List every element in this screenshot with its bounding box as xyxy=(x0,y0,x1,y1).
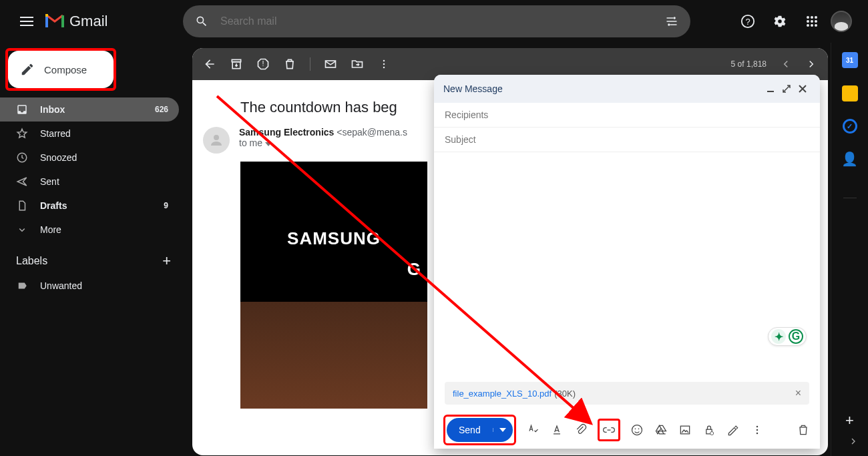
side-panel-toggle[interactable] xyxy=(848,436,859,447)
hamburger-icon xyxy=(20,17,33,26)
chevron-down-icon xyxy=(16,224,28,236)
sidebar-item-more[interactable]: More xyxy=(0,218,179,242)
send-button[interactable]: Send xyxy=(447,418,513,442)
email-body-image: SAMSUNG G xyxy=(240,162,427,409)
grammarly-widget[interactable]: ✦ G xyxy=(768,327,807,346)
sidebar-item-label: Snoozed xyxy=(40,152,77,163)
sidebar-item-snoozed[interactable]: Snoozed xyxy=(0,146,179,170)
get-addons-button[interactable]: + xyxy=(845,412,854,429)
grammarly-plus-icon: ✦ xyxy=(771,329,786,344)
move-to-button[interactable] xyxy=(351,57,364,71)
message-counter: 5 of 1,818 xyxy=(731,59,767,69)
pen-icon xyxy=(726,423,740,437)
support-button[interactable]: ? xyxy=(734,8,761,35)
trash-icon xyxy=(797,423,810,437)
sidebar-item-drafts[interactable]: Drafts 9 xyxy=(0,194,179,218)
calendar-addon[interactable]: 31 xyxy=(842,52,858,68)
send-icon xyxy=(16,176,28,188)
samsung-logo-text: SAMSUNG xyxy=(287,228,381,249)
recipient-line[interactable]: to me xyxy=(239,138,262,148)
sidebar-item-label: Sent xyxy=(40,176,59,187)
insert-link-button[interactable] xyxy=(602,423,616,437)
send-options-dropdown[interactable] xyxy=(493,428,513,432)
toolbar-divider xyxy=(310,57,310,71)
sidebar-item-inbox[interactable]: Inbox 626 xyxy=(0,97,179,122)
spam-icon: ! xyxy=(256,57,270,71)
link-highlight xyxy=(598,419,620,441)
more-actions-button[interactable] xyxy=(377,57,391,71)
format-icon xyxy=(550,423,564,437)
subject-field[interactable]: Subject xyxy=(434,128,820,152)
lock-clock-icon xyxy=(702,423,716,437)
trash-icon xyxy=(283,57,296,71)
search-options-icon[interactable] xyxy=(658,8,685,35)
insert-signature-button[interactable] xyxy=(726,423,740,437)
sidebar: Compose Inbox 626 Starred Snoozed Sent D… xyxy=(0,43,187,456)
gmail-logo[interactable]: Gmail xyxy=(43,13,183,30)
mark-unread-button[interactable] xyxy=(324,57,337,71)
svg-point-29 xyxy=(756,429,758,431)
sidebar-label-unwanted[interactable]: Unwanted xyxy=(0,274,179,298)
prev-message-button[interactable] xyxy=(780,58,792,70)
add-label-button[interactable]: + xyxy=(162,252,171,270)
sidebar-item-starred[interactable]: Starred xyxy=(0,122,179,146)
expand-icon xyxy=(783,85,791,93)
remove-attachment-button[interactable]: × xyxy=(795,387,801,399)
attach-file-button[interactable] xyxy=(574,423,588,437)
label-icon xyxy=(16,280,28,292)
inbox-icon xyxy=(16,103,28,116)
formatting-button[interactable] xyxy=(550,423,564,437)
search-input[interactable] xyxy=(215,15,658,27)
compose-title: New Message xyxy=(443,83,503,94)
search-bar[interactable] xyxy=(183,5,690,37)
insert-emoji-button[interactable] xyxy=(630,423,644,437)
minimize-icon xyxy=(767,85,775,93)
sidebar-item-label: More xyxy=(40,224,61,235)
svg-point-1 xyxy=(668,23,670,25)
apps-button[interactable] xyxy=(799,8,825,35)
compose-body[interactable]: ✦ G xyxy=(434,152,820,382)
svg-text:?: ? xyxy=(745,17,750,27)
attachment-chip[interactable]: file_example_XLS_10.pdf (30K) × xyxy=(445,382,809,405)
svg-point-4 xyxy=(807,16,809,19)
sidebar-item-label: Unwanted xyxy=(40,280,82,291)
confidential-mode-button[interactable] xyxy=(702,423,716,437)
search-icon[interactable] xyxy=(188,8,215,35)
close-compose-button[interactable] xyxy=(795,81,811,97)
account-avatar[interactable] xyxy=(831,11,852,32)
discard-draft-button[interactable] xyxy=(796,423,811,437)
apps-grid-icon xyxy=(806,15,818,27)
side-panel: 31 👤 + xyxy=(831,43,868,456)
emoji-icon xyxy=(630,423,644,437)
minimize-button[interactable] xyxy=(763,81,779,97)
svg-point-7 xyxy=(807,20,809,23)
svg-point-18 xyxy=(383,60,385,62)
sender-avatar[interactable] xyxy=(203,127,230,154)
dropdown-caret-icon[interactable] xyxy=(265,142,272,146)
fullscreen-button[interactable] xyxy=(779,81,795,97)
settings-button[interactable] xyxy=(767,8,793,35)
delete-button[interactable] xyxy=(283,57,296,71)
send-label: Send xyxy=(447,425,493,435)
back-button[interactable] xyxy=(203,57,216,71)
compose-more-button[interactable] xyxy=(750,423,765,437)
attachment-size: (30K) xyxy=(554,389,576,399)
compose-highlight: Compose xyxy=(5,48,116,91)
paperclip-icon xyxy=(574,423,588,437)
spam-button[interactable]: ! xyxy=(256,57,270,71)
main-menu-button[interactable] xyxy=(11,5,43,37)
spellcheck-button[interactable] xyxy=(525,423,540,437)
keep-addon[interactable] xyxy=(842,85,858,101)
mail-icon xyxy=(324,57,337,71)
clock-icon xyxy=(16,152,28,164)
next-message-button[interactable] xyxy=(805,58,817,70)
tasks-addon[interactable] xyxy=(843,119,857,134)
compose-button[interactable]: Compose xyxy=(8,51,114,88)
archive-button[interactable] xyxy=(230,57,243,71)
insert-drive-button[interactable] xyxy=(654,423,668,437)
insert-photo-button[interactable] xyxy=(678,423,692,437)
svg-point-24 xyxy=(638,429,639,430)
recipients-field[interactable]: Recipients xyxy=(434,103,820,128)
contacts-addon[interactable]: 👤 xyxy=(841,151,858,167)
sidebar-item-sent[interactable]: Sent xyxy=(0,170,179,194)
